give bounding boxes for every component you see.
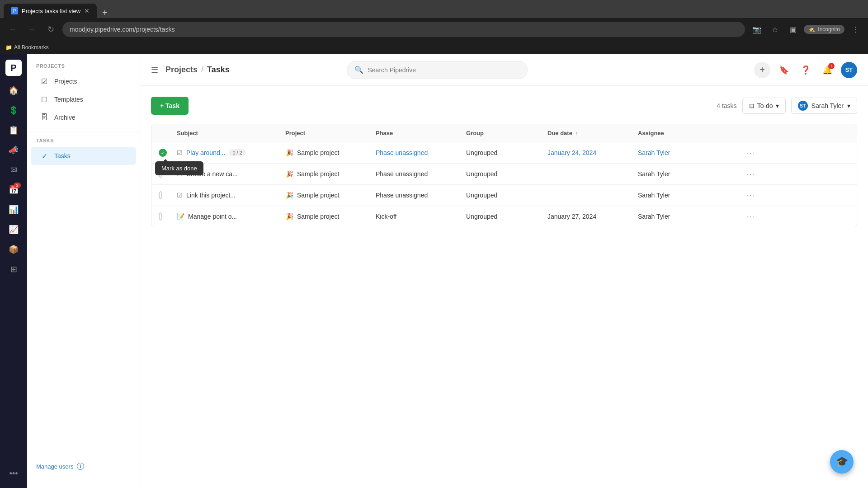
search-input[interactable] [368, 66, 520, 74]
new-tab-btn[interactable]: + [99, 8, 111, 18]
notification-btn[interactable]: 🔔 ! [819, 62, 835, 78]
bookmark-star-icon[interactable]: ☆ [768, 22, 782, 37]
left-strip-nav: P 🏠 💲 📋 📣 ✉ 📅 2 📊 📈 📦 ⊞ ••• [0, 54, 27, 488]
nav-icon-grid[interactable]: ⊞ [5, 260, 23, 278]
app-logo[interactable]: P [5, 60, 22, 76]
back-btn[interactable]: ← [5, 22, 20, 37]
templates-icon: ☐ [40, 95, 49, 104]
global-add-btn[interactable]: + [754, 62, 770, 78]
project-icon-2: 🎉 [285, 170, 293, 178]
tab-close-btn[interactable]: ✕ [84, 7, 90, 14]
sidebar-item-tasks[interactable]: ✓ Tasks [31, 147, 136, 165]
sidebar: PROJECTS ☑ Projects ☐ Templates 🗄 Archiv… [27, 54, 140, 488]
td-subject-4: 📝 Manage point o... [170, 206, 278, 227]
sidebar-divider [27, 132, 140, 132]
refresh-btn[interactable]: ↻ [43, 22, 58, 37]
td-project-3: 🎉 Sample project [278, 185, 368, 206]
nav-icon-stats[interactable]: 📊 [5, 201, 23, 219]
task-text-4[interactable]: Manage point o... [188, 213, 237, 220]
nav-icon-calendar[interactable]: 📅 2 [5, 181, 23, 199]
th-assignee: Assignee [631, 124, 739, 142]
nav-icon-email[interactable]: ✉ [5, 161, 23, 179]
toolbar-right: 4 tasks ⊟ To-do ▾ ST Sarah Tyler ▾ [717, 98, 857, 114]
sidebar-projects-label: Projects [54, 78, 77, 85]
app-container: P 🏠 💲 📋 📣 ✉ 📅 2 📊 📈 📦 ⊞ ••• PROJECTS ☑ P… [0, 54, 868, 488]
notification-badge: ! [828, 63, 835, 69]
forward-btn[interactable]: → [24, 22, 39, 37]
th-group-label: Group [466, 130, 484, 136]
sidebar-item-templates[interactable]: ☐ Templates [31, 90, 136, 108]
tab-title: Projects tasks list view [22, 8, 80, 14]
row-actions-btn-2[interactable]: ⋯ [746, 169, 755, 179]
phase-value-1[interactable]: Phase unassigned [376, 149, 428, 156]
help-fab[interactable]: 🎓 [830, 450, 854, 474]
sidebar-item-projects[interactable]: ☑ Projects [31, 72, 136, 90]
manage-users-label: Manage users [36, 463, 73, 470]
strip-bottom: ••• [5, 465, 23, 483]
menu-toggle-btn[interactable]: ☰ [151, 65, 158, 75]
td-checkbox-4 [151, 206, 170, 227]
row-checkbox-1[interactable] [159, 149, 167, 157]
th-checkbox [151, 124, 170, 142]
assignee-label: Sarah Tyler [811, 102, 844, 109]
address-bar[interactable]: moodjoy.pipedrive.com/projects/tasks [62, 22, 745, 37]
td-phase-4: Kick-off [368, 206, 459, 227]
breadcrumb-parent[interactable]: Projects [165, 65, 198, 75]
add-task-btn[interactable]: + Task [151, 97, 189, 115]
td-due-date-4: January 27, 2024 [540, 206, 631, 227]
nav-icon-megaphone[interactable]: 📣 [5, 141, 23, 159]
sidebar-item-archive[interactable]: 🗄 Archive [31, 108, 136, 127]
th-due-date-label: Due date [547, 130, 572, 136]
toolbar: + Task 4 tasks ⊟ To-do ▾ ST Sarah Tyler … [151, 97, 857, 115]
nav-icon-more[interactable]: ••• [5, 465, 23, 483]
all-bookmarks-link[interactable]: 📁 All Bookmarks [5, 44, 49, 51]
nav-icon-chart[interactable]: 📈 [5, 221, 23, 239]
breadcrumb: Projects / Tasks [165, 65, 230, 75]
avatar[interactable]: ST [841, 62, 857, 78]
nav-icon-deals[interactable]: 💲 [5, 101, 23, 119]
project-name-2: Sample project [297, 170, 339, 178]
row-actions-btn-4[interactable]: ⋯ [746, 211, 755, 221]
td-actions-1: ⋯ [739, 142, 766, 163]
more-options-icon[interactable]: ⋮ [848, 22, 863, 37]
sort-icon: ↑ [575, 130, 578, 136]
search-bar[interactable]: 🔍 [347, 61, 528, 79]
bookmark-btn[interactable]: 🔖 [776, 62, 792, 78]
breadcrumb-separator: / [201, 65, 203, 75]
td-subject-1: ☑ Play around... 0 / 2 [170, 142, 278, 163]
tooltip-container: Mark as done [159, 149, 167, 157]
top-header: ☰ Projects / Tasks 🔍 + 🔖 ❓ 🔔 ! ST [140, 54, 868, 86]
td-actions-2: ⋯ [739, 164, 766, 184]
td-assignee-4: Sarah Tyler [631, 206, 739, 227]
task-text-3[interactable]: Link this project... [186, 192, 236, 199]
url-text: moodjoy.pipedrive.com/projects/tasks [70, 26, 175, 33]
row-checkbox-2[interactable] [159, 170, 162, 178]
split-view-icon[interactable]: ▣ [786, 22, 800, 37]
tasks-section-label: TASKS [27, 138, 140, 147]
td-actions-3: ⋯ [739, 185, 766, 206]
breadcrumb-current: Tasks [207, 65, 230, 75]
td-checkbox-2 [151, 164, 170, 184]
help-btn[interactable]: ❓ [797, 62, 814, 78]
active-tab[interactable]: P Projects tasks list view ✕ [4, 4, 97, 18]
calendar-badge: 2 [14, 183, 21, 188]
assignee-filter-btn[interactable]: ST Sarah Tyler ▾ [791, 98, 857, 114]
projects-icon: ☑ [40, 77, 49, 86]
row-actions-btn-1[interactable]: ⋯ [746, 148, 755, 158]
projects-section-label: PROJECTS [27, 63, 140, 72]
row-checkbox-3[interactable] [159, 191, 162, 199]
row-checkbox-4[interactable] [159, 212, 162, 221]
nav-icon-home[interactable]: 🏠 [5, 81, 23, 99]
td-checkbox-3 [151, 185, 170, 206]
sidebar-bottom: Manage users i [27, 463, 140, 479]
browser-nav: ← → ↻ moodjoy.pipedrive.com/projects/tas… [0, 18, 868, 41]
nav-icon-projects[interactable]: 📋 [5, 121, 23, 139]
assignee-value-1: Sarah Tyler [638, 149, 670, 156]
row-actions-btn-3[interactable]: ⋯ [746, 190, 755, 200]
camera-off-icon[interactable]: 📷 [750, 22, 764, 37]
task-text-2[interactable]: Create a new ca... [186, 170, 238, 178]
task-link-1[interactable]: Play around... [186, 149, 225, 156]
manage-users-link[interactable]: Manage users i [36, 463, 131, 470]
filter-btn[interactable]: ⊟ To-do ▾ [742, 98, 786, 114]
nav-icon-box[interactable]: 📦 [5, 240, 23, 258]
